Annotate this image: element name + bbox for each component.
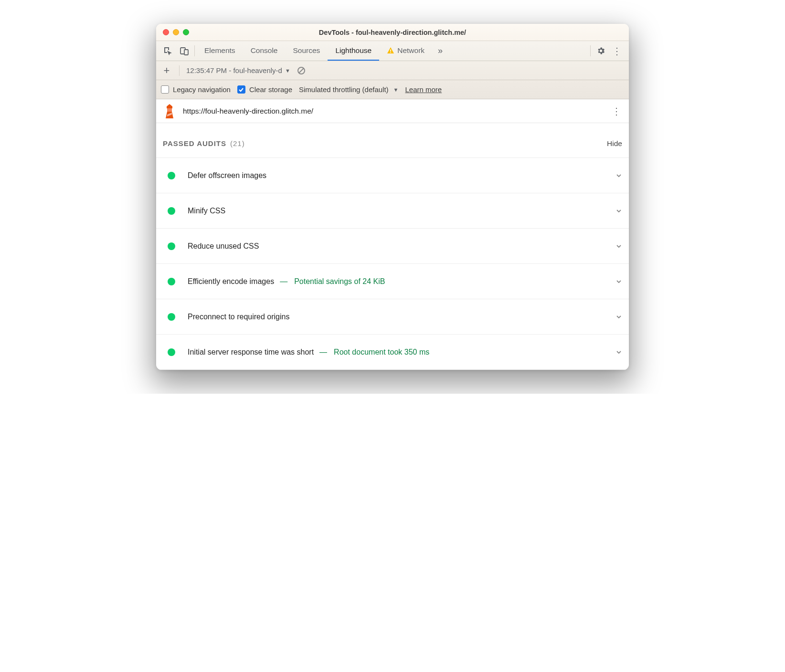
window-title: DevTools - foul-heavenly-direction.glitc… [156,29,629,36]
pass-status-icon [168,313,175,321]
audit-row[interactable]: Reduce unused CSS [156,228,629,263]
kebab-menu-icon[interactable]: ⋮ [609,41,625,61]
pass-status-icon [168,348,175,356]
lighthouse-options: Legacy navigation Clear storage Simulate… [156,80,629,99]
audit-title: Efficiently encode images [188,277,274,286]
chevron-down-icon[interactable]: ▼ [393,87,399,93]
chevron-down-icon [615,172,622,179]
learn-more-link[interactable]: Learn more [405,85,442,94]
pass-status-icon [168,207,175,215]
audit-row[interactable]: Preconnect to required origins [156,299,629,334]
audit-row[interactable]: Efficiently encode images—Potential savi… [156,263,629,299]
new-report-button[interactable]: + [161,64,172,77]
svg-rect-3 [390,52,391,53]
audit-subtext: Potential savings of 24 KiB [294,277,385,286]
audit-title: Minify CSS [188,207,225,215]
section-count: (21) [230,139,245,147]
hide-button[interactable]: Hide [607,139,622,148]
divider [179,65,180,76]
minimize-window-button[interactable] [173,29,179,35]
svg-rect-1 [184,50,188,55]
chevron-down-icon [615,349,622,356]
report-url: https://foul-heavenly-direction.glitch.m… [183,107,313,116]
device-toolbar-icon[interactable] [176,41,192,61]
tabstrip: Elements Console Sources Lighthouse Netw… [156,41,629,61]
audit-row[interactable]: Minify CSS [156,193,629,228]
audit-row[interactable]: Initial server response time was short—R… [156,334,629,369]
audit-row[interactable]: Defer offscreen images [156,158,629,193]
pass-status-icon [168,242,175,250]
checkbox-icon [237,85,245,94]
divider [194,45,195,56]
tab-network[interactable]: Network [379,41,432,61]
svg-line-5 [299,68,304,73]
chevron-down-icon: ▼ [285,68,290,74]
passed-audits-header: Passed Audits (21) Hide [156,123,629,158]
warning-icon [387,47,394,54]
lighthouse-toolbar: + 12:35:47 PM - foul-heavenly-d ▼ [156,61,629,80]
window-controls [163,29,189,35]
clear-storage-checkbox[interactable]: Clear storage [237,85,292,94]
titlebar: DevTools - foul-heavenly-direction.glitc… [156,24,629,41]
chevron-down-icon [615,314,622,320]
clear-icon[interactable] [297,66,306,75]
chevron-down-icon [615,208,622,214]
throttling-label: Simulated throttling (default) [299,85,389,94]
report-menu-icon[interactable]: ⋮ [611,109,622,113]
tab-elements[interactable]: Elements [197,41,243,61]
chevron-down-icon [615,278,622,285]
tab-sources[interactable]: Sources [286,41,328,61]
divider [590,45,591,56]
svg-rect-2 [390,49,391,52]
more-tabs-icon[interactable]: » [432,41,448,61]
audits-list: Defer offscreen imagesMinify CSSReduce u… [156,158,629,369]
devtools-window: DevTools - foul-heavenly-direction.glitc… [156,24,629,370]
audit-subtext: Root document took 350 ms [334,348,429,357]
section-label: Passed Audits [163,139,226,147]
report-url-row: https://foul-heavenly-direction.glitch.m… [156,99,629,123]
checkbox-icon [161,85,169,94]
report-selector[interactable]: 12:35:47 PM - foul-heavenly-d ▼ [186,66,290,74]
svg-rect-7 [167,108,172,112]
audit-title: Preconnect to required origins [188,313,289,321]
close-window-button[interactable] [163,29,169,35]
tab-lighthouse[interactable]: Lighthouse [328,41,379,61]
svg-marker-6 [167,104,172,108]
lighthouse-icon [163,104,176,118]
settings-icon[interactable] [593,41,609,61]
legacy-navigation-checkbox[interactable]: Legacy navigation [161,85,231,94]
pass-status-icon [168,278,175,285]
audit-title: Defer offscreen images [188,171,266,180]
inspect-element-icon[interactable] [160,41,176,61]
audit-title: Reduce unused CSS [188,242,259,251]
chevron-down-icon [615,243,622,250]
tab-console[interactable]: Console [243,41,286,61]
audit-title: Initial server response time was short [188,348,314,357]
zoom-window-button[interactable] [183,29,189,35]
pass-status-icon [168,172,175,179]
